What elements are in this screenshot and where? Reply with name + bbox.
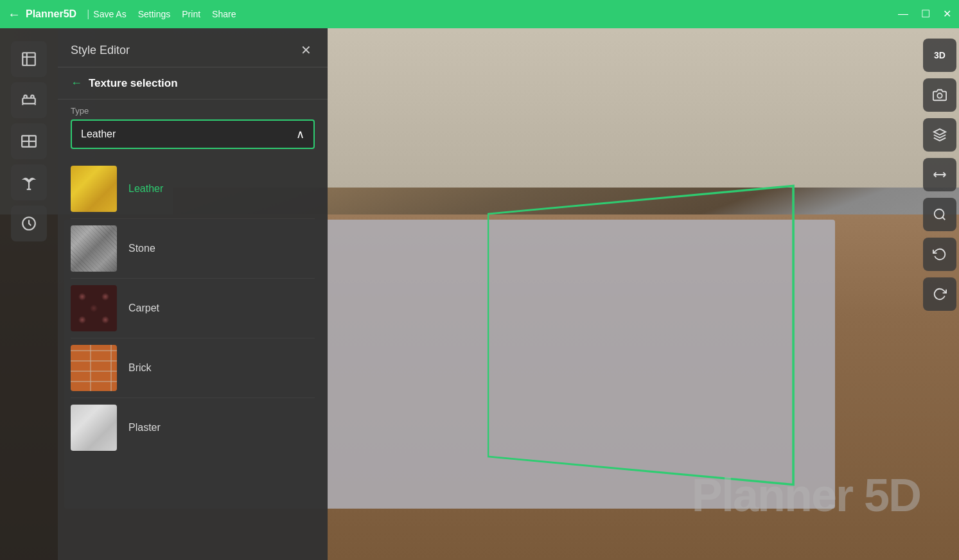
ruler-button[interactable]: [923, 158, 956, 191]
plant-icon[interactable]: [11, 164, 47, 200]
right-sidebar: 3D: [920, 28, 959, 560]
svg-rect-0: [22, 53, 35, 66]
layers-button[interactable]: [923, 118, 956, 152]
texture-item-brick[interactable]: Brick: [71, 338, 315, 398]
texture-item-carpet[interactable]: Carpet: [71, 279, 315, 338]
plaster-thumbnail: [71, 405, 117, 451]
type-label: Type: [58, 100, 328, 119]
leather-label: Leather: [128, 183, 163, 195]
style-editor-panel: Style Editor ✕ ← Texture selection Type …: [58, 28, 328, 560]
app-name: Planner5D: [26, 8, 76, 20]
carpet-thumbnail: [71, 285, 117, 331]
room-icon[interactable]: [11, 41, 47, 77]
back-button[interactable]: ←: [8, 7, 21, 22]
furniture-icon[interactable]: [11, 82, 47, 118]
texture-item-leather[interactable]: Leather: [71, 159, 315, 219]
minimize-button[interactable]: —: [898, 9, 908, 19]
stone-label: Stone: [128, 243, 155, 254]
history-icon[interactable]: [11, 206, 47, 241]
texture-list: Leather Stone Carpet Brick Plaster: [58, 154, 328, 560]
svg-marker-7: [934, 129, 946, 135]
left-sidebar: [0, 28, 58, 560]
svg-rect-1: [22, 98, 35, 104]
share-menu[interactable]: Share: [212, 9, 236, 19]
dropdown-selected-value: Leather: [81, 128, 116, 140]
svg-point-6: [937, 93, 942, 98]
type-dropdown[interactable]: Leather ∧: [71, 119, 315, 149]
titlebar: ← Planner5D | Save As Settings Print Sha…: [0, 0, 959, 28]
zoom-button[interactable]: [923, 198, 956, 231]
window-controls: — ☐ ✕: [898, 9, 951, 19]
texture-item-stone[interactable]: Stone: [71, 219, 315, 279]
brick-label: Brick: [128, 362, 152, 374]
selected-chair-outline[interactable]: [488, 185, 795, 486]
texture-selection-title: Texture selection: [89, 77, 178, 90]
separator: |: [87, 8, 89, 20]
dropdown-arrow-icon: ∧: [296, 127, 304, 141]
editor-header: Style Editor ✕: [58, 28, 328, 67]
editor-close-button[interactable]: ✕: [297, 41, 315, 59]
texture-item-plaster[interactable]: Plaster: [71, 398, 315, 457]
editor-title: Style Editor: [71, 44, 130, 57]
texture-nav: ← Texture selection: [58, 67, 328, 100]
carpet-label: Carpet: [128, 302, 159, 314]
maximize-button[interactable]: ☐: [921, 9, 930, 19]
stone-thumbnail: [71, 225, 117, 272]
settings-menu[interactable]: Settings: [138, 9, 171, 19]
leather-thumbnail: [71, 166, 117, 212]
window-door-icon[interactable]: [11, 123, 47, 159]
plaster-label: Plaster: [128, 422, 161, 433]
3d-view-button[interactable]: 3D: [923, 39, 956, 72]
svg-line-9: [942, 217, 945, 220]
texture-back-button[interactable]: ←: [71, 76, 82, 90]
undo-button[interactable]: [923, 238, 956, 271]
close-button[interactable]: ✕: [943, 9, 951, 19]
save-as-menu[interactable]: Save As: [93, 9, 126, 19]
svg-point-8: [935, 209, 944, 219]
print-menu[interactable]: Print: [182, 9, 200, 19]
brick-thumbnail: [71, 345, 117, 391]
redo-button[interactable]: [923, 277, 956, 311]
menu-bar: Save As Settings Print Share: [93, 9, 236, 19]
camera-button[interactable]: [923, 78, 956, 112]
